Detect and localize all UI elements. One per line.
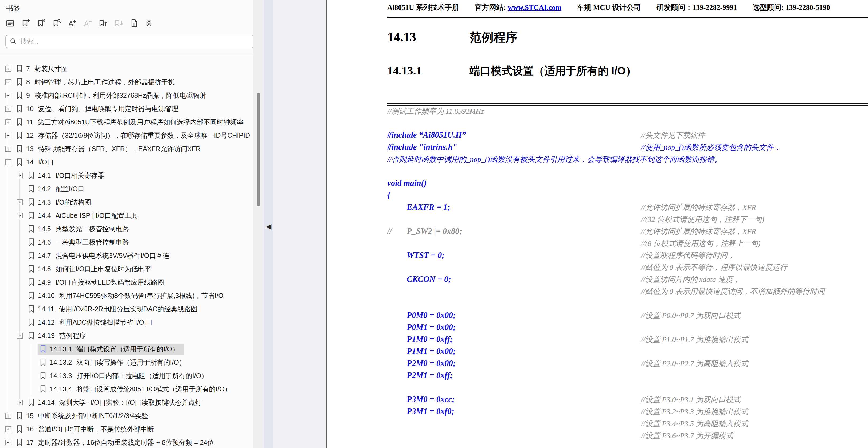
double-rule xyxy=(387,103,868,106)
bookmark-item-body[interactable]: 9 校准内部IRC时钟，利用外部32768Hz晶振，降低电磁辐射 xyxy=(14,90,211,101)
expander-toggle[interactable]: + xyxy=(17,400,23,405)
expander-toggle[interactable]: − xyxy=(5,159,11,165)
expander-toggle[interactable]: + xyxy=(5,440,11,445)
delete-bookmark-icon[interactable] xyxy=(36,18,46,28)
bookmark-tree-item[interactable]: 14.13.3 打开I/O口内部上拉电阻（适用于所有的I/O） xyxy=(0,369,253,382)
subsection-number: 14.13.1 xyxy=(387,64,469,77)
bookmark-tree-item[interactable]: + 17 定时器/计数器，16位自动重装载定时器 + 8位预分频 = 24位 xyxy=(0,436,253,448)
bookmark-item-body[interactable]: 14.8 如何让I/O口上电复位时为低电平 xyxy=(26,263,156,275)
bookmark-item-body[interactable]: 14.3 I/O的结构图 xyxy=(26,197,96,208)
bookmarks-scrollbar-track[interactable] xyxy=(253,0,264,448)
goto-page-icon[interactable] xyxy=(129,18,138,28)
bookmark-item-body[interactable]: 14.7 混合电压供电系统3V/5V器件I/O口互连 xyxy=(26,250,174,261)
bookmark-tree-item[interactable]: + 12 存储器（32/16/8位访问），在哪存储重要参数，及全球唯一ID号CH… xyxy=(0,129,253,142)
bookmark-item-body[interactable]: 7 封装尺寸图 xyxy=(14,63,73,74)
collapse-panel-button[interactable]: ◀ xyxy=(264,221,273,232)
bookmark-item-body[interactable]: 14.12 利用ADC做按键扫描节省 I/O 口 xyxy=(26,317,158,328)
bookmark-tree-item[interactable]: + 13 特殊功能寄存器（SFR、XFR），EAXFR允许访问XFR xyxy=(0,142,253,155)
bookmark-tree-item[interactable]: + 7 封装尺寸图 xyxy=(0,62,253,75)
bookmark-tree-item[interactable]: 14.13.2 双向口读写操作（适用于所有的I/O） xyxy=(0,356,253,369)
expander-toggle[interactable]: + xyxy=(5,133,11,138)
bookmark-item-body[interactable]: 14.6 一种典型三极管控制电路 xyxy=(26,237,134,248)
bookmark-item-body[interactable]: 14.13.1 端口模式设置（适用于所有的I/O） xyxy=(38,344,184,355)
code-line: #include “Ai8051U.H” //头文件见下载软件 xyxy=(387,130,868,142)
code-comment: //设置 P3.4~P3.5 为高阻输入模式 xyxy=(641,419,748,429)
bookmark-label: 打开I/O口内部上拉电阻（适用于所有的I/O） xyxy=(76,372,208,380)
bookmark-item-body[interactable]: 14.11 使用I/O和R-2R电阻分压实现DAC的经典线路图 xyxy=(26,303,202,315)
bookmark-number: 14 xyxy=(26,158,34,166)
expander-toggle[interactable]: + xyxy=(17,213,23,218)
bookmark-item-body[interactable]: 14.14 深圳大学--I/O口实验：I/O口读取按键状态并点灯 xyxy=(26,397,207,408)
bookmark-item-body[interactable]: 11 第三方对Ai8051U下载程序范例及用户程序如何选择内部不同时钟频率 xyxy=(14,117,248,128)
panel-separator xyxy=(0,55,264,55)
bookmark-tree-item[interactable]: 14.8 如何让I/O口上电复位时为低电平 xyxy=(0,262,253,276)
bookmark-item-body[interactable]: 14.13 范例程序 xyxy=(26,330,91,341)
code-line: { xyxy=(387,190,868,202)
bookmark-item-body[interactable]: 10 复位、看门狗、掉电唤醒专用定时器与电源管理 xyxy=(14,103,183,114)
bookmark-tree-item[interactable]: + 14.3 I/O的结构图 xyxy=(0,195,253,209)
bookmark-tree-item[interactable]: + 8 时钟管理，芯片上电工作过程，外部晶振抗干扰 xyxy=(0,75,253,89)
search-input[interactable] xyxy=(20,37,250,45)
bookmark-tree-item[interactable]: + 16 普通I/O口均可中断，不是传统外部中断 xyxy=(0,422,253,436)
bookmark-item-body[interactable]: 14.5 典型发光二极管控制电路 xyxy=(26,223,134,234)
bookmark-tree-item[interactable]: − 14.13 范例程序 xyxy=(0,329,253,342)
locate-current-bookmark-icon[interactable] xyxy=(145,18,154,28)
bookmark-tree-item[interactable]: + 14.14 深圳大学--I/O口实验：I/O口读取按键状态并点灯 xyxy=(0,396,253,409)
bookmark-tree-item[interactable]: 14.10 利用74HC595驱动8个数码管(串行扩展,3根线)，节省I/O xyxy=(0,289,253,302)
bookmark-tree-item[interactable]: 14.6 一种典型三极管控制电路 xyxy=(0,235,253,249)
expander-toggle[interactable]: + xyxy=(5,106,11,111)
bookmark-tree-item[interactable]: 14.13.1 端口模式设置（适用于所有的I/O） xyxy=(0,342,253,356)
find-current-bookmark-icon[interactable] xyxy=(52,18,61,28)
expander-toggle[interactable]: + xyxy=(5,119,11,125)
bookmark-item-body[interactable]: 17 定时器/计数器，16位自动重装载定时器 + 8位预分频 = 24位 xyxy=(14,437,219,448)
expander-toggle[interactable]: + xyxy=(5,66,11,71)
bookmark-item-body[interactable]: 14.1 I/O口相关寄存器 xyxy=(26,170,109,181)
increase-text-size-icon[interactable] xyxy=(67,18,76,28)
bookmark-tree-item[interactable]: 14.2 配置I/O口 xyxy=(0,182,253,195)
bookmark-tree-item[interactable]: 14.9 I/O口直接驱动LED数码管应用线路图 xyxy=(0,276,253,289)
bookmark-tree-item[interactable]: + 11 第三方对Ai8051U下载程序范例及用户程序如何选择内部不同时钟频率 xyxy=(0,115,253,129)
bookmark-item-body[interactable]: 14.9 I/O口直接驱动LED数码管应用线路图 xyxy=(26,277,169,288)
expander-toggle[interactable]: + xyxy=(17,173,23,178)
bookmark-tree-item[interactable]: + 14.4 AiCube-ISP | I/O口配置工具 xyxy=(0,209,253,222)
add-bookmark-icon[interactable] xyxy=(21,18,30,28)
code-text: P0M1 = 0x00; xyxy=(407,322,456,332)
bookmark-item-body[interactable]: 14.10 利用74HC595驱动8个数码管(串行扩展,3根线)，节省I/O xyxy=(26,290,228,301)
bookmark-tree-item[interactable]: + 14.1 I/O口相关寄存器 xyxy=(0,169,253,182)
site-link[interactable]: www.STCAI.com xyxy=(508,3,561,11)
expander-toggle[interactable]: + xyxy=(5,146,11,152)
bookmark-item-body[interactable]: 16 普通I/O口均可中断，不是传统外部中断 xyxy=(14,424,159,435)
expander-toggle[interactable]: + xyxy=(5,413,11,419)
bookmark-item-body[interactable]: 8 时钟管理，芯片上电工作过程，外部晶振抗干扰 xyxy=(14,76,180,88)
bookmark-tree-item[interactable]: + 15 中断系统及外部中断INT0/1/2/3/4实验 xyxy=(0,409,253,422)
bookmark-item-body[interactable]: 12 存储器（32/16/8位访问），在哪存储重要参数，及全球唯一ID号CHIP… xyxy=(14,130,253,141)
bookmark-icon xyxy=(16,105,23,113)
move-bookmark-up-icon[interactable] xyxy=(98,18,107,28)
bookmark-item-body[interactable]: 14.13.2 双向口读写操作（适用于所有的I/O） xyxy=(38,357,190,368)
expander-toggle[interactable]: + xyxy=(5,426,11,432)
manual-title: Ai8051U 系列技术手册 xyxy=(387,3,459,12)
bookmark-item-body[interactable]: 14.4 AiCube-ISP | I/O口配置工具 xyxy=(26,210,143,221)
expander-toggle[interactable]: − xyxy=(17,333,23,339)
code-line: WTST = 0; //设置取程序代码等待时间， xyxy=(387,250,868,262)
expander-toggle[interactable]: + xyxy=(5,79,11,85)
bookmark-tree-item[interactable]: 14.13.4 将端口设置成传统8051 I/O模式（适用于所有的I/O） xyxy=(0,382,253,396)
bookmark-tree-item[interactable]: − 14 I/O口 xyxy=(0,155,253,169)
bookmark-tree-item[interactable]: 14.11 使用I/O和R-2R电阻分压实现DAC的经典线路图 xyxy=(0,302,253,316)
bookmark-label: 混合电压供电系统3V/5V器件I/O口互连 xyxy=(56,251,169,260)
bookmark-options-icon[interactable] xyxy=(5,18,15,28)
expander-toggle[interactable]: + xyxy=(17,199,23,205)
bookmark-tree-item[interactable]: + 9 校准内部IRC时钟，利用外部32768Hz晶振，降低电磁辐射 xyxy=(0,89,253,102)
bookmark-tree-item[interactable]: 14.12 利用ADC做按键扫描节省 I/O 口 xyxy=(0,316,253,329)
bookmark-item-body[interactable]: 15 中断系统及外部中断INT0/1/2/3/4实验 xyxy=(14,410,153,421)
bookmark-item-body[interactable]: 14.2 配置I/O口 xyxy=(26,184,89,194)
bookmarks-scrollbar-thumb[interactable] xyxy=(257,93,260,206)
bookmark-item-body[interactable]: 14 I/O口 xyxy=(14,157,59,168)
expander-toggle[interactable]: + xyxy=(5,93,11,98)
bookmark-tree-item[interactable]: 14.5 典型发光二极管控制电路 xyxy=(0,222,253,235)
bookmark-item-body[interactable]: 13 特殊功能寄存器（SFR、XFR），EAXFR允许访问XFR xyxy=(14,143,206,154)
bookmark-tree-item[interactable]: + 10 复位、看门狗、掉电唤醒专用定时器与电源管理 xyxy=(0,102,253,115)
bookmark-item-body[interactable]: 14.13.4 将端口设置成传统8051 I/O模式（适用于所有的I/O） xyxy=(38,384,236,394)
bookmark-tree-item[interactable]: 14.7 混合电压供电系统3V/5V器件I/O口互连 xyxy=(0,249,253,262)
bookmark-item-body[interactable]: 14.13.3 打开I/O口内部上拉电阻（适用于所有的I/O） xyxy=(38,370,213,381)
